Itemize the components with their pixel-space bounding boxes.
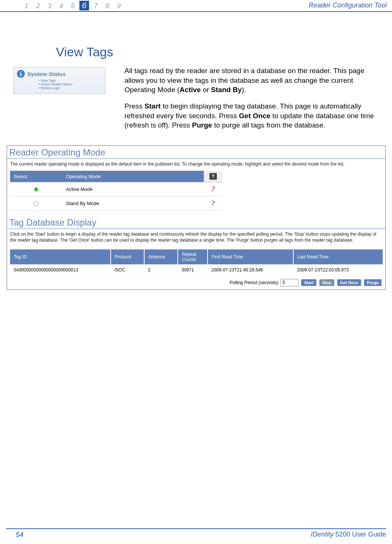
chapter-9: 9 bbox=[114, 2, 124, 10]
th-repeat: Repeat Counts bbox=[178, 249, 208, 264]
chapter-2: 2 bbox=[33, 2, 43, 10]
radio-active-mode[interactable] bbox=[34, 187, 39, 192]
chapter-numbers: 1 2 3 4 5 6 7 8 9 bbox=[22, 1, 124, 10]
header-title: Reader Configuration Tool bbox=[309, 1, 387, 9]
p2-pre: Press bbox=[124, 102, 145, 110]
mode-header-mode: Operating Mode bbox=[62, 171, 204, 182]
chapter-3: 3 bbox=[45, 2, 54, 10]
system-status-list: View Tags Check Reader Status Review Log… bbox=[38, 79, 102, 90]
chapter-4: 4 bbox=[56, 2, 66, 10]
mode-row-active: Active Mode ? bbox=[10, 182, 222, 196]
chapter-6-active: 6 bbox=[79, 1, 89, 10]
operating-mode-desc: The current reader operating mode is dis… bbox=[7, 159, 385, 171]
stop-button[interactable]: Stop bbox=[319, 279, 334, 286]
operating-mode-table: Select Operating Mode ? Active Mode ? St… bbox=[10, 171, 222, 211]
th-protocol: Protocol bbox=[111, 249, 144, 264]
tag-row: 0x000000000000000000000013 ISOC 2 30971 … bbox=[10, 264, 383, 276]
info-icon bbox=[17, 70, 25, 78]
th-antenna: Antenna bbox=[144, 249, 178, 264]
help-icon[interactable]: ? bbox=[209, 173, 217, 180]
help-link-active[interactable]: ? bbox=[204, 182, 222, 196]
system-status-title: System Status bbox=[27, 71, 66, 77]
status-item-view-tags[interactable]: View Tags bbox=[38, 79, 102, 82]
p2-post: to purge all tags from the database. bbox=[212, 121, 325, 129]
tag-database-table: Tag ID Protocol Antenna Repeat Counts Fi… bbox=[10, 249, 383, 276]
mode-header-help: ? bbox=[204, 171, 222, 182]
body-text: All tags read by the reader are stored i… bbox=[124, 66, 385, 137]
polling-row: Polling Period (seconds): Start Stop Get… bbox=[7, 277, 385, 289]
td-protocol: ISOC bbox=[111, 264, 144, 276]
section-heading: View Tags bbox=[56, 45, 113, 59]
page-footer: 54 IDentity 5200 User Guide bbox=[0, 528, 392, 539]
standby-mode-bold: Stand By bbox=[211, 86, 241, 94]
svg-rect-2 bbox=[20, 73, 22, 76]
th-tag-id: Tag ID bbox=[10, 249, 111, 264]
status-item-review-logs[interactable]: Review Logs bbox=[38, 86, 102, 90]
operating-mode-title: Reader Operating Mode bbox=[7, 146, 385, 159]
polling-label: Polling Period (seconds): bbox=[230, 280, 279, 285]
p1-or: or bbox=[201, 86, 211, 94]
purge-bold: Purge bbox=[192, 121, 212, 129]
td-antenna: 2 bbox=[144, 264, 178, 276]
guide-rest: 5200 User Guide bbox=[333, 531, 386, 538]
system-status-box: System Status View Tags Check Reader Sta… bbox=[13, 67, 105, 94]
mode-label-active: Active Mode bbox=[62, 182, 204, 196]
th-last: Last Read Time bbox=[293, 249, 383, 264]
reader-panel: Reader Operating Mode The current reader… bbox=[7, 145, 386, 290]
mode-header-select: Select bbox=[10, 171, 62, 182]
td-tag-id: 0x000000000000000000000013 bbox=[10, 264, 111, 276]
chapter-5: 5 bbox=[68, 2, 78, 10]
start-bold: Start bbox=[145, 102, 161, 110]
chapter-1: 1 bbox=[22, 2, 31, 10]
p1-post: ). bbox=[242, 86, 246, 94]
chapter-8: 8 bbox=[102, 2, 112, 10]
mode-label-standby: Stand By Mode bbox=[62, 196, 204, 211]
header-rule bbox=[0, 11, 392, 12]
radio-standby-mode[interactable] bbox=[34, 201, 39, 206]
body-para-2: Press Start to begin displaying the tag … bbox=[124, 101, 385, 130]
get-once-button[interactable]: Get Once bbox=[337, 279, 361, 286]
td-repeat: 30971 bbox=[178, 264, 208, 276]
polling-input[interactable] bbox=[281, 279, 298, 286]
guide-title: IDentity 5200 User Guide bbox=[311, 531, 386, 538]
tag-db-title: Tag Database Display bbox=[7, 216, 385, 229]
purge-button[interactable]: Purge bbox=[364, 279, 382, 286]
td-first: 2009-07-23T21:45:28.548 bbox=[208, 264, 293, 276]
th-first: First Read Time bbox=[208, 249, 293, 264]
page-header: 1 2 3 4 5 6 7 8 9 Reader Configuration T… bbox=[0, 0, 392, 10]
help-link-standby[interactable]: ? bbox=[204, 196, 222, 211]
tag-db-desc: Click on the 'Start' button to begin a d… bbox=[7, 229, 385, 247]
start-button[interactable]: Start bbox=[301, 279, 316, 286]
getonce-bold: Get Once bbox=[239, 112, 270, 120]
active-mode-bold: Active bbox=[180, 86, 201, 94]
page-number: 54 bbox=[16, 531, 23, 539]
guide-prefix: IDentity bbox=[311, 531, 333, 538]
td-last: 2009-07-23T22:03:05.973 bbox=[293, 264, 383, 276]
status-item-check-reader[interactable]: Check Reader Status bbox=[38, 82, 102, 86]
footer-rule bbox=[6, 528, 386, 529]
body-para-1: All tags read by the reader are stored i… bbox=[124, 66, 385, 95]
chapter-7: 7 bbox=[91, 2, 101, 10]
svg-point-1 bbox=[20, 71, 21, 72]
mode-row-standby: Stand By Mode ? bbox=[10, 196, 222, 211]
